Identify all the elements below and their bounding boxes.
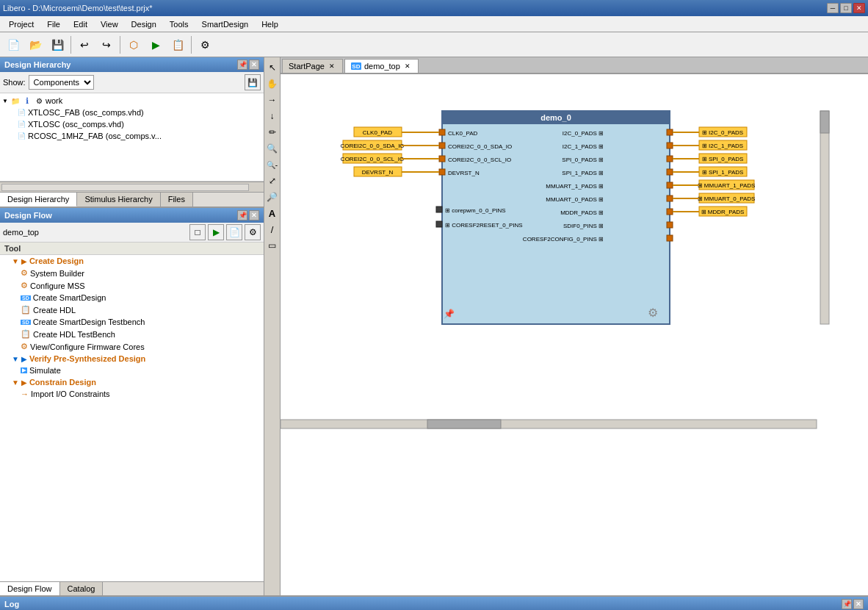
df-system-builder[interactable]: ⚙ System Builder	[0, 267, 264, 279]
hdl-icon: 📋	[21, 305, 31, 315]
new-button[interactable]: 📄	[3, 35, 23, 55]
design-hierarchy-header: Design Hierarchy 📌 ✕	[0, 57, 264, 72]
df-panel-controls[interactable]: 📌 ✕	[237, 210, 259, 220]
hierarchy-toolbar: Show: Components Modules Files 💾	[0, 72, 264, 93]
demo-top-tab-label: demo_top	[364, 62, 400, 71]
tree-item-root[interactable]: ▼ 📁 ℹ ⚙ work	[1, 95, 262, 107]
hand-icon[interactable]: ✋	[265, 76, 280, 91]
menu-project[interactable]: Project	[3, 17, 40, 32]
df-simulate[interactable]: ▶ Simulate	[0, 365, 264, 376]
tree-item-2[interactable]: 📄 XTLOSC (osc_comps.vhd)	[1, 118, 262, 130]
df-close-button[interactable]: ✕	[249, 210, 259, 220]
df-settings-button[interactable]: ⚙	[245, 224, 261, 240]
dftab-catalog[interactable]: Catalog	[60, 582, 104, 595]
import-io-label: Import I/O Constraints	[31, 390, 110, 398]
demo-top-tab-close[interactable]: ✕	[403, 62, 412, 71]
dftab-design-flow[interactable]: Design Flow	[0, 582, 60, 595]
canvas-area[interactable]: demo_0 CLK0_PAD COREI2C_0_0_SDA_IO COREI…	[281, 74, 868, 595]
rect-icon[interactable]: ▭	[265, 238, 280, 253]
close-button[interactable]: ✕	[853, 3, 865, 13]
open-button[interactable]: 📂	[25, 35, 46, 55]
expand-verify[interactable]: ▼	[12, 355, 19, 363]
menu-edit[interactable]: Edit	[68, 17, 93, 32]
title-text: Libero - D:\Microsemi\Demo\test\test.prj…	[3, 4, 153, 12]
line-icon[interactable]: /	[265, 222, 280, 237]
svg-rect-20	[667, 156, 673, 162]
maximize-button[interactable]: □	[840, 3, 852, 13]
tab-demo-top[interactable]: SD demo_top ✕	[344, 59, 419, 73]
demo-0-block: demo_0 CLK0_PAD COREI2C_0_0_SDA_IO COREI…	[436, 111, 673, 324]
df-firmware-cores[interactable]: ⚙ View/Configure Firmware Cores	[0, 340, 264, 353]
expand-icon-root[interactable]: ▼	[1, 97, 9, 104]
hierarchy-save-button[interactable]: 💾	[245, 74, 261, 90]
df-report-button[interactable]: 📄	[226, 224, 242, 240]
svg-rect-32	[667, 235, 673, 241]
draw-icon[interactable]: ✏	[265, 125, 280, 140]
menu-file[interactable]: File	[41, 17, 66, 32]
df-create-sd-testbench[interactable]: SD Create SmartDesign Testbench	[0, 316, 264, 328]
tab-startpage[interactable]: StartPage ✕	[282, 59, 343, 73]
zoom-in-icon[interactable]: 🔍	[265, 141, 280, 156]
menu-tools[interactable]: Tools	[164, 17, 195, 32]
run-button[interactable]: ▶	[145, 35, 166, 55]
df-stop-button[interactable]: □	[189, 224, 206, 240]
title-bar-controls[interactable]: ─ □ ✕	[827, 3, 865, 13]
panel-header-controls[interactable]: 📌 ✕	[237, 60, 259, 70]
build-button[interactable]: ⬡	[123, 35, 144, 55]
svg-rect-30	[667, 222, 673, 228]
minimize-button[interactable]: ─	[827, 3, 839, 13]
tree-item-3[interactable]: 📄 RCOSC_1MHZ_FAB (osc_comps.v...	[1, 130, 262, 142]
undo-button[interactable]: ↩	[74, 35, 95, 55]
hierarchy-hscrollbar[interactable]	[1, 184, 249, 191]
log-header-controls[interactable]: 📌 ✕	[842, 599, 864, 609]
fit-icon[interactable]: ⤢	[265, 173, 280, 188]
startpage-tab-close[interactable]: ✕	[328, 62, 336, 71]
search-icon[interactable]: 🔎	[265, 190, 280, 204]
create-smartdesign-label: Create SmartDesign	[33, 293, 106, 302]
zoom-out-icon[interactable]: 🔍-	[265, 157, 280, 172]
system-builder-icon: ⚙	[21, 268, 28, 278]
df-create-hdl[interactable]: 📋 Create HDL	[0, 304, 264, 316]
df-configure-mss[interactable]: ⚙ Configure MSS	[0, 279, 264, 292]
menu-help[interactable]: Help	[256, 17, 284, 32]
tab-design-hierarchy[interactable]: Design Hierarchy	[0, 193, 77, 207]
redo-button[interactable]: ↪	[96, 35, 117, 55]
svg-rect-28	[667, 209, 673, 215]
save-button[interactable]: 💾	[47, 35, 68, 55]
arrow-right-icon[interactable]: →	[265, 93, 280, 107]
toolbar-separator-1	[70, 36, 71, 54]
svg-text:demo_0: demo_0	[540, 113, 571, 122]
df-create-hdl-testbench[interactable]: 📋 Create HDL TestBench	[0, 328, 264, 340]
svg-text:⊞ I2C_0_PADS: ⊞ I2C_0_PADS	[702, 129, 743, 136]
menu-view[interactable]: View	[95, 17, 124, 32]
df-create-smartdesign[interactable]: SD Create SmartDesign	[0, 292, 264, 304]
menu-design[interactable]: Design	[126, 17, 162, 32]
settings-icon: ⚙	[34, 96, 44, 106]
log-panel: Log 📌 ✕ 📋 Messages ✕ Errors ⚠ Warnings ℹ…	[0, 595, 868, 610]
df-import-io[interactable]: → Import I/O Constraints	[0, 388, 264, 400]
folder-icon: 📁	[10, 96, 21, 106]
expand-constrain[interactable]: ▼	[12, 378, 19, 387]
design-hierarchy-title: Design Hierarchy	[4, 60, 70, 69]
df-pin-button[interactable]: 📌	[237, 210, 247, 220]
log-pin-button[interactable]: 📌	[842, 599, 852, 609]
df-constrain-design[interactable]: ▼ ▶ Constrain Design	[0, 376, 264, 388]
menu-smartdesign[interactable]: SmartDesign	[196, 17, 255, 32]
show-dropdown[interactable]: Components Modules Files	[29, 75, 94, 90]
df-run-button[interactable]: ▶	[208, 224, 224, 240]
text-icon[interactable]: A	[265, 206, 280, 220]
cursor-icon[interactable]: ↖	[265, 60, 280, 75]
tab-files[interactable]: Files	[161, 193, 193, 207]
df-create-design[interactable]: ▼ ▶ Create Design	[0, 255, 264, 267]
arrow-down-icon[interactable]: ↓	[265, 109, 280, 123]
svg-rect-22	[667, 169, 673, 175]
expand-create-design[interactable]: ▼	[12, 257, 19, 265]
hierarchy-pin-button[interactable]: 📌	[237, 60, 247, 70]
report-button[interactable]: 📋	[167, 35, 188, 55]
tree-item-1[interactable]: 📄 XTLOSC_FAB (osc_comps.vhd)	[1, 107, 262, 118]
hierarchy-close-button[interactable]: ✕	[249, 60, 259, 70]
config-button[interactable]: ⚙	[195, 35, 215, 55]
tab-stimulus-hierarchy[interactable]: Stimulus Hierarchy	[77, 193, 160, 207]
log-close-button[interactable]: ✕	[853, 599, 864, 609]
df-verify-pre-synth[interactable]: ▼ ▶ Verify Pre-Synthesized Design	[0, 353, 264, 365]
